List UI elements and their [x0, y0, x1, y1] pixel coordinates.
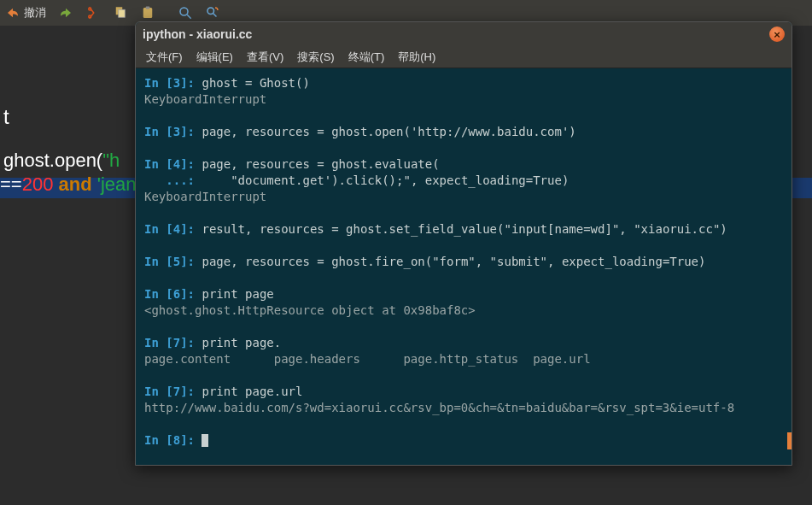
- paste-icon: [140, 5, 155, 21]
- window-title: ipython - xiaorui.cc: [143, 27, 252, 41]
- terminal-output[interactable]: In [3]: ghost = Ghost() KeyboardInterrup…: [136, 68, 792, 465]
- svg-point-4: [180, 8, 188, 15]
- cut-button[interactable]: [85, 5, 101, 21]
- menu-view[interactable]: 查看(V): [242, 48, 289, 67]
- find-replace-icon: [205, 5, 220, 21]
- redo-button[interactable]: [58, 5, 73, 21]
- replace-button[interactable]: [205, 5, 220, 21]
- redo-icon: [58, 5, 73, 21]
- scissors-icon: [85, 5, 101, 21]
- terminal-scrollbar-indicator: [787, 432, 792, 449]
- copy-icon: [113, 5, 128, 21]
- copy-button[interactable]: [113, 5, 128, 21]
- terminal-window: ipython - xiaorui.cc 文件(F) 编辑(E) 查看(V) 搜…: [135, 21, 792, 466]
- svg-rect-2: [143, 8, 153, 18]
- svg-rect-3: [146, 7, 150, 9]
- menu-file[interactable]: 文件(F): [141, 48, 188, 67]
- menu-edit[interactable]: 编辑(E): [191, 48, 238, 67]
- svg-line-5: [187, 15, 191, 19]
- undo-icon: [5, 5, 20, 21]
- undo-label: 撤消: [24, 5, 46, 21]
- svg-point-6: [207, 8, 214, 15]
- undo-button[interactable]: 撤消: [5, 5, 46, 21]
- window-menubar: 文件(F) 编辑(E) 查看(V) 搜索(S) 终端(T) 帮助(H): [136, 46, 792, 68]
- menu-help[interactable]: 帮助(H): [393, 48, 441, 67]
- close-button[interactable]: [769, 26, 785, 42]
- terminal-cursor: [202, 434, 208, 447]
- menu-terminal[interactable]: 终端(T): [343, 48, 390, 67]
- window-titlebar[interactable]: ipython - xiaorui.cc: [136, 22, 792, 46]
- search-icon: [178, 5, 193, 21]
- menu-search[interactable]: 搜索(S): [292, 48, 339, 67]
- paste-button[interactable]: [140, 5, 155, 21]
- svg-rect-1: [119, 9, 126, 17]
- find-button[interactable]: [178, 5, 193, 21]
